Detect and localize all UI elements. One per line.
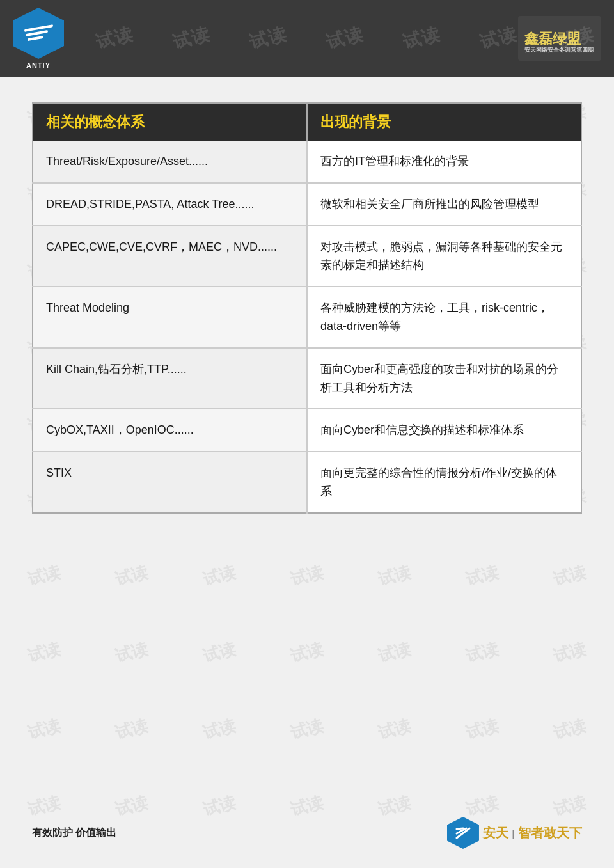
watermark-5: 试读 — [324, 22, 367, 55]
row5-col1: Kill Chain,钻石分析,TTP...... — [33, 348, 307, 409]
table-row: DREAD,STRIDE,PASTA, Attack Tree...... 微软… — [33, 183, 581, 226]
table-row: Threat/Risk/Exposure/Asset...... 西方的IT管理… — [33, 141, 581, 183]
header: 试读 试读 试读 试读 试读 试读 试读 试读 ANTIY 鑫磊绿盟 安天网络安… — [0, 0, 614, 77]
col2-header: 出现的背景 — [307, 103, 581, 141]
footer-brand-suffix: 智者敢天下 — [518, 826, 582, 840]
header-right: 鑫磊绿盟 安天网络安全冬训营第四期 — [518, 16, 601, 61]
row1-col2: 西方的IT管理和标准化的背景 — [307, 141, 581, 183]
table-header-row: 相关的概念体系 出现的背景 — [33, 103, 581, 141]
logo-hexagon — [13, 8, 64, 59]
footer-brand-main: 安天 — [483, 826, 508, 840]
row2-col1: DREAD,STRIDE,PASTA, Attack Tree...... — [33, 183, 307, 226]
row5-col2: 面向Cyber和更高强度的攻击和对抗的场景的分析工具和分析方法 — [307, 348, 581, 409]
row6-col1: CybOX,TAXII，OpenIOC...... — [33, 409, 307, 452]
svg-line-3 — [457, 828, 463, 829]
table-row: Kill Chain,钻石分析,TTP...... 面向Cyber和更高强度的攻… — [33, 348, 581, 409]
footer: 有效防护 价值输出 安天 | 智者敢天下 — [0, 817, 614, 849]
brand-logo-svg: 鑫磊绿盟 安天网络安全冬训营第四期 — [521, 21, 598, 53]
footer-right: 安天 | 智者敢天下 — [447, 817, 582, 849]
logo-text: ANTIY — [26, 61, 51, 69]
watermark-4: 试读 — [247, 22, 290, 55]
row4-col2: 各种威胁建模的方法论，工具，risk-centric，data-driven等等 — [307, 287, 581, 348]
row3-col1: CAPEC,CWE,CVE,CVRF，MAEC，NVD...... — [33, 226, 307, 287]
row6-col2: 面向Cyber和信息交换的描述和标准体系 — [307, 409, 581, 452]
row7-col2: 面向更完整的综合性的情报分析/作业/交换的体系 — [307, 452, 581, 513]
logo-line-1 — [24, 24, 53, 32]
logo-line-3 — [28, 36, 43, 41]
footer-left-text: 有效防护 价值输出 — [32, 826, 116, 840]
row1-col1: Threat/Risk/Exposure/Asset...... — [33, 141, 307, 183]
footer-brand-text: 安天 | 智者敢天下 — [483, 825, 582, 842]
header-subtitle: 安天网络安全冬训营第四期 — [524, 46, 594, 53]
table-row-threat-modeling: Threat Modeling 各种威胁建模的方法论，工具，risk-centr… — [33, 287, 581, 348]
concepts-table: 相关的概念体系 出现的背景 Threat/Risk/Exposure/Asset… — [32, 102, 582, 514]
row7-col1: STIX — [33, 452, 307, 513]
col1-header: 相关的概念体系 — [33, 103, 307, 141]
logo-area: ANTIY — [13, 8, 64, 69]
table-row: STIX 面向更完整的综合性的情报分析/作业/交换的体系 — [33, 452, 581, 513]
footer-separator: | — [512, 829, 515, 839]
table-row: CAPEC,CWE,CVE,CVRF，MAEC，NVD...... 对攻击模式，… — [33, 226, 581, 287]
logo-lines — [13, 8, 64, 59]
footer-logo-icon — [447, 817, 479, 849]
footer-logo-svg — [453, 825, 473, 841]
row3-col2: 对攻击模式，脆弱点，漏洞等各种基础的安全元素的标定和描述结构 — [307, 226, 581, 287]
watermark-2: 试读 — [93, 22, 137, 55]
header-right-title: 鑫磊绿盟 安天网络安全冬训营第四期 — [521, 21, 598, 56]
watermark-7: 试读 — [477, 22, 521, 55]
watermark-6: 试读 — [400, 22, 444, 55]
row2-col2: 微软和相关安全厂商所推出的风险管理模型 — [307, 183, 581, 226]
main-content: 相关的概念体系 出现的背景 Threat/Risk/Exposure/Asset… — [0, 77, 614, 539]
table-row: CybOX,TAXII，OpenIOC...... 面向Cyber和信息交换的描… — [33, 409, 581, 452]
svg-text:鑫磊绿盟: 鑫磊绿盟 — [524, 31, 581, 47]
row4-col1: Threat Modeling — [33, 287, 307, 348]
watermark-3: 试读 — [170, 22, 214, 55]
